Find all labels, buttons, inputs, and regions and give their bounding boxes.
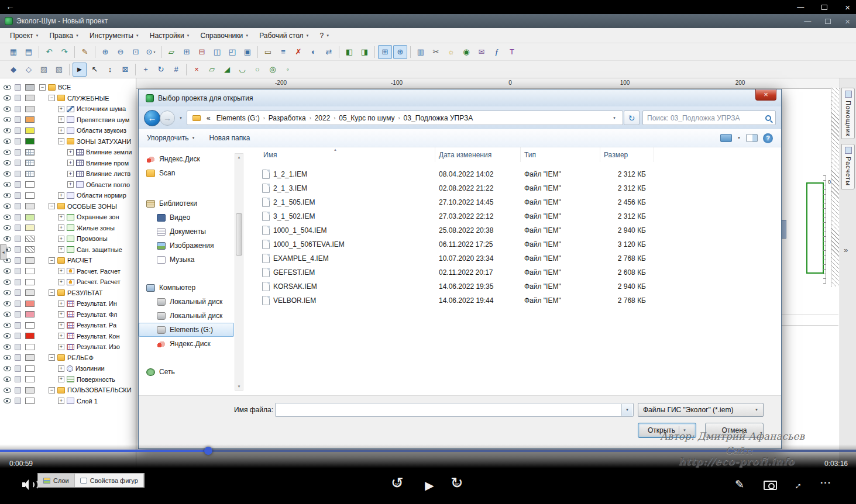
contrast-button[interactable]: ◐	[307, 45, 321, 59]
expand-box[interactable]: +	[58, 236, 64, 242]
layer-color-swatch[interactable]	[25, 376, 35, 382]
expand-box[interactable]: +	[58, 225, 64, 231]
column-header-имя[interactable]: Имя	[246, 147, 435, 162]
dialog-close-button[interactable]: ×	[755, 89, 776, 101]
file-row[interactable]: 1000_1_504.IEM25.08.2022 20:38Файл "IEM"…	[246, 223, 781, 237]
nav-item-scan[interactable]: Scan	[139, 166, 234, 180]
print-toggle-icon[interactable]	[15, 236, 21, 242]
nav-item-изображения[interactable]: Изображения	[139, 239, 234, 253]
layer-row-области-погло[interactable]: +Области погло	[0, 179, 136, 191]
node-pointer-button[interactable]: ↖	[88, 63, 102, 77]
layer-row-поверхность[interactable]: +Поверхность	[0, 374, 136, 385]
nav-history-caret[interactable]: ▼	[178, 116, 184, 120]
visibility-eye-icon[interactable]	[4, 366, 11, 371]
grid-capture-button[interactable]: ⊞	[378, 45, 392, 59]
text-style-button[interactable]: Т	[505, 45, 519, 59]
collapse-box[interactable]: −	[49, 387, 55, 393]
change-view-button[interactable]	[720, 134, 732, 142]
print-toggle-icon[interactable]	[15, 301, 21, 307]
send-button[interactable]: ✉	[475, 45, 489, 59]
visibility-eye-icon[interactable]	[4, 388, 11, 393]
layer-color-swatch[interactable]	[25, 203, 35, 209]
collapse-box[interactable]: −	[39, 84, 46, 91]
print-toggle-icon[interactable]	[15, 387, 21, 393]
close-button[interactable]: ×	[845, 2, 850, 12]
nav-item-документы[interactable]: Документы	[139, 225, 234, 239]
shape-triangle-button[interactable]: ◢	[220, 63, 234, 77]
dialog-titlebar[interactable]: Выбор проекта для открытия ×	[139, 89, 781, 106]
nav-item-видео[interactable]: Видео	[139, 210, 234, 225]
menu-[interactable]: ?▼	[315, 29, 335, 42]
screenshot-button[interactable]	[764, 481, 777, 490]
nav-item-локальный-диск[interactable]: Локальный диск	[139, 295, 234, 309]
print-toggle-icon[interactable]	[15, 311, 21, 317]
print-toggle-icon[interactable]	[15, 398, 21, 404]
breadcrumb-segment[interactable]: 2022	[312, 114, 334, 122]
visibility-eye-icon[interactable]	[4, 312, 11, 317]
object-list-button[interactable]: ≡	[276, 45, 290, 59]
visibility-eye-icon[interactable]	[4, 290, 11, 295]
layer-row-расчет-расчет[interactable]: +Расчет. Расчет	[0, 277, 136, 288]
layer-row-охранные-зон[interactable]: +Охранные зон	[0, 212, 136, 223]
visibility-eye-icon[interactable]	[4, 182, 11, 187]
print-toggle-icon[interactable]	[15, 171, 21, 177]
menu-правка[interactable]: Правка▼	[44, 29, 84, 42]
help-button[interactable]: ?	[763, 133, 773, 143]
redo-button[interactable]: ↷	[57, 45, 71, 59]
save-button[interactable]: ▦	[6, 45, 20, 59]
menu-настройки[interactable]: Настройки▼	[145, 29, 195, 42]
breadcrumb[interactable]: « Elements (G:)›Разработка›2022›05_Курс …	[187, 111, 623, 125]
visibility-eye-icon[interactable]	[4, 160, 11, 165]
print-toggle-icon[interactable]	[15, 344, 21, 350]
ruler-button[interactable]: ▭	[261, 45, 275, 59]
expand-box[interactable]: +	[58, 279, 64, 285]
print-toggle-icon[interactable]	[15, 289, 21, 296]
more-options-button[interactable]: ···	[820, 478, 831, 488]
print-toggle-icon[interactable]	[15, 214, 21, 220]
visibility-eye-icon[interactable]	[4, 106, 11, 112]
breadcrumb-segment[interactable]: 03_Подложка УПРЗА	[401, 114, 476, 122]
expand-box[interactable]: +	[58, 246, 64, 253]
visibility-eye-icon[interactable]	[4, 268, 11, 274]
menu-инструменты[interactable]: Инструменты▼	[84, 29, 145, 42]
visibility-eye-icon[interactable]	[4, 95, 11, 101]
print-toggle-icon[interactable]	[15, 365, 21, 372]
move-button[interactable]: +	[139, 63, 153, 77]
layer-row-особые-зоны[interactable]: −ОСОБЫЕ ЗОНЫ	[0, 201, 136, 212]
layer-color-swatch[interactable]	[25, 354, 35, 361]
print-toggle-icon[interactable]	[15, 95, 21, 101]
collapse-box[interactable]: −	[49, 203, 55, 209]
shape-polygon-button[interactable]: ▱	[205, 63, 219, 77]
zoom-select-button[interactable]: ⊙▼	[144, 45, 158, 59]
app-close-button[interactable]: ×	[845, 16, 850, 26]
nav-item-яндекс-диск[interactable]: Яндекс.Диск	[139, 337, 234, 351]
visibility-eye-icon[interactable]	[4, 344, 11, 350]
visibility-eye-icon[interactable]	[4, 215, 11, 220]
cut-button[interactable]: ✂	[429, 45, 443, 59]
preview-pane-button[interactable]	[746, 134, 758, 142]
app-titlebar[interactable]: Эколог-Шум - Новый проект — ×	[0, 14, 856, 28]
expand-box[interactable]: +	[58, 268, 64, 274]
layer-color-swatch[interactable]	[25, 236, 35, 242]
visibility-eye-icon[interactable]	[4, 323, 11, 328]
visibility-eye-icon[interactable]	[4, 85, 11, 90]
layer-color-swatch[interactable]	[25, 398, 35, 404]
layer-row-источники-шума[interactable]: +Источники шума	[0, 103, 136, 115]
object-remove-button[interactable]: ⊟	[195, 45, 209, 59]
layer-row-области-нормир[interactable]: +Области нормир	[0, 190, 136, 201]
layer-color-swatch[interactable]	[25, 257, 35, 264]
forward-30-button[interactable]: ↻ 30	[447, 474, 467, 492]
file-row[interactable]: VELBOR.IEM14.06.2022 19:44Файл "IEM"2 76…	[246, 294, 781, 308]
scroll-thumb[interactable]	[236, 213, 242, 256]
app-maximize-button[interactable]	[825, 19, 831, 24]
breadcrumb-collapsed[interactable]: «	[204, 114, 214, 122]
visibility-eye-icon[interactable]	[4, 333, 11, 339]
layer-row-сан-защитные[interactable]: +Сан. защитные	[0, 244, 136, 256]
file-row[interactable]: 2_1_505.IEM27.10.2022 14:45Файл "IEM"2 4…	[246, 195, 781, 209]
chevron-down-icon[interactable]: ▼	[737, 136, 741, 140]
expand-box[interactable]: +	[58, 127, 64, 134]
layer-color-swatch[interactable]	[25, 246, 35, 253]
back-arrow-icon[interactable]: ←	[6, 1, 15, 11]
menu-проект[interactable]: Проект▼	[5, 29, 44, 42]
layer-color-swatch[interactable]	[25, 214, 35, 220]
